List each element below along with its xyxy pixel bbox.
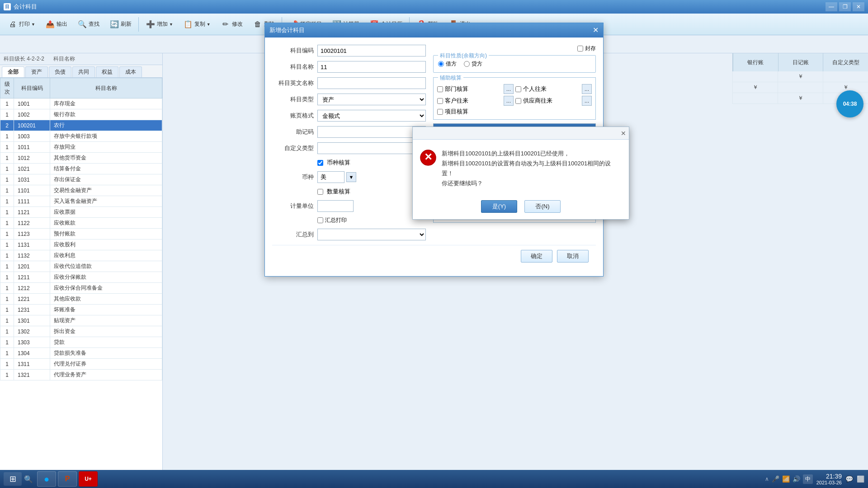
toolbar-export[interactable]: 📤 输出 — [41, 17, 71, 32]
filter-tab-liability[interactable]: 负债 — [49, 66, 71, 77]
mic-icon[interactable]: 🎤 — [772, 475, 779, 483]
volume-icon[interactable]: 🔊 — [793, 475, 800, 483]
table-row[interactable]: 1 1101 交易性金融资产 — [0, 185, 162, 196]
personal-btn[interactable]: … — [582, 84, 592, 94]
table-row[interactable]: 1 1012 其他货币资金 — [0, 153, 162, 164]
table-row[interactable]: 1 1321 代理业务资产 — [0, 370, 162, 380]
dialog-left-col: 科目编码 科目名称 科目英文名称 科目类型 资产 负债 共同 — [272, 45, 426, 245]
table-row[interactable]: 1 1011 存放同业 — [0, 142, 162, 153]
taskbar-app-ub[interactable]: U+ — [79, 471, 98, 487]
print-icon: 🖨 — [8, 19, 18, 29]
customer-btn[interactable]: … — [504, 96, 514, 106]
export-icon: 📤 — [45, 19, 55, 29]
maximize-button[interactable]: ❐ — [839, 2, 851, 11]
customer-check[interactable] — [437, 98, 443, 104]
table-row[interactable]: 1 1301 贴现资产 — [0, 315, 162, 326]
cell-level: 1 — [0, 164, 14, 174]
toolbar-copy[interactable]: 📋 复制 ▼ — [179, 17, 215, 32]
toolbar-edit[interactable]: ✏ 修改 — [217, 17, 247, 32]
taskbar-app-powerpoint[interactable]: P — [58, 471, 77, 487]
start-button[interactable]: ⊞ — [4, 472, 22, 486]
filter-tab-all[interactable]: 全部 — [2, 66, 24, 77]
summary-print-check[interactable] — [317, 217, 323, 223]
dept-check[interactable] — [437, 86, 443, 92]
minimize-button[interactable]: — — [826, 2, 837, 11]
edit-icon: ✏ — [221, 19, 231, 29]
english-input[interactable] — [317, 77, 426, 89]
customtype-input[interactable] — [317, 142, 426, 154]
table-row[interactable]: 1 1021 结算备付金 — [0, 164, 162, 174]
project-check[interactable] — [437, 109, 443, 115]
network-icon[interactable]: 📶 — [782, 475, 790, 483]
seal-check[interactable] — [577, 45, 583, 52]
taskbar-app-cortana[interactable]: ● — [37, 471, 56, 487]
cell-code: 100201 — [14, 120, 50, 131]
cell-name: 应收股利 — [50, 239, 162, 250]
toolbar-refresh[interactable]: 🔄 刷新 — [105, 17, 136, 32]
name-input[interactable] — [317, 61, 426, 73]
table-row[interactable]: 1 1304 贷款损失准备 — [0, 348, 162, 359]
table-row[interactable]: 1 1001 库存现金 — [0, 99, 162, 109]
toolbar-print[interactable]: 🖨 打印 ▼ — [4, 17, 39, 32]
yes-button[interactable]: 是(Y) — [481, 200, 517, 213]
seal-label: 封存 — [585, 45, 596, 52]
table-row[interactable]: 1 1111 买入返售金融资产 — [0, 196, 162, 207]
table-row[interactable]: 2 100201 农行 — [0, 120, 162, 131]
confirm-button[interactable]: 确定 — [521, 250, 552, 263]
table-row[interactable]: 1 1121 应收票据 — [0, 207, 162, 218]
code-input[interactable] — [317, 45, 426, 56]
dept-btn[interactable]: … — [504, 84, 514, 94]
personal-check[interactable] — [515, 86, 521, 92]
confirm-dialog: ✕ ✕ 新增科目10020101的上级科目100201已经使用， 新增科目100… — [412, 127, 629, 220]
toolbar-search[interactable]: 🔍 查找 — [73, 17, 104, 32]
cell-name: 农行 — [50, 120, 162, 131]
close-button[interactable]: ✕ — [853, 2, 864, 11]
table-row[interactable]: 1 1123 预付账款 — [0, 229, 162, 239]
lang-indicator[interactable]: 中 — [803, 474, 813, 484]
table-row[interactable]: 1 1211 应收分保账款 — [0, 272, 162, 283]
credit-label: 贷方 — [472, 60, 482, 68]
filter-tab-equity[interactable]: 权益 — [96, 66, 118, 77]
cancel-button[interactable]: 取消 — [557, 250, 589, 263]
table-row[interactable]: 1 1302 拆出资金 — [0, 326, 162, 337]
filter-tab-cost[interactable]: 成本 — [119, 66, 142, 77]
type-select[interactable]: 资产 负债 共同 权益 成本 — [317, 94, 426, 105]
toolbar-add[interactable]: ➕ 增加 ▼ — [142, 17, 177, 32]
currency-input[interactable] — [317, 171, 344, 183]
table-row[interactable]: 1 1002 银行存款 — [0, 109, 162, 120]
copy-arrow: ▼ — [207, 22, 211, 27]
account-table[interactable]: 级次 科目编码 科目名称 1 1001 库存现金 1 1002 银行存款 2 1… — [0, 78, 162, 488]
table-row[interactable]: 1 1231 坏账准备 — [0, 305, 162, 315]
supplier-btn[interactable]: … — [582, 96, 592, 106]
summary-to-select[interactable] — [317, 229, 426, 240]
action-center-icon[interactable]: ⬜ — [857, 475, 864, 483]
confirm-close-btn[interactable]: ✕ — [621, 130, 626, 137]
table-row[interactable]: 1 1131 应收股利 — [0, 239, 162, 250]
dialog-close-button[interactable]: ✕ — [593, 27, 599, 34]
table-row[interactable]: 1 1132 应收利息 — [0, 250, 162, 261]
table-row[interactable]: 1 1122 应收账款 — [0, 218, 162, 229]
table-row[interactable]: 1 1311 代理兑付证券 — [0, 359, 162, 370]
currency-picker-btn[interactable]: ▼ — [346, 172, 356, 182]
no-button[interactable]: 否(N) — [524, 200, 561, 213]
table-row[interactable]: 1 1201 应收代位追偿款 — [0, 261, 162, 272]
debit-radio[interactable] — [438, 61, 444, 67]
chevron-up-icon[interactable]: ∧ — [765, 476, 769, 482]
filter-tab-asset[interactable]: 资产 — [25, 66, 48, 77]
unit-input[interactable] — [317, 200, 354, 212]
table-row[interactable]: 1 1212 应收分保合同准备金 — [0, 283, 162, 294]
taskbar-search-btn[interactable]: 🔍 — [22, 472, 35, 486]
auxcode-input[interactable] — [317, 126, 426, 138]
currency-check[interactable] — [317, 160, 323, 166]
notification-icon[interactable]: 💬 — [845, 475, 853, 483]
quantity-check[interactable] — [317, 189, 323, 195]
supplier-check[interactable] — [515, 98, 521, 104]
credit-radio[interactable] — [464, 61, 470, 67]
table-row[interactable]: 1 1031 存出保证金 — [0, 174, 162, 185]
table-row[interactable]: 1 1303 贷款 — [0, 337, 162, 348]
nature-title: 科目性质(余额方向) — [438, 52, 489, 60]
table-row[interactable]: 1 1221 其他应收款 — [0, 294, 162, 305]
filter-tab-common[interactable]: 共同 — [72, 66, 95, 77]
table-row[interactable]: 1 1003 存放中央银行款项 — [0, 131, 162, 142]
format-select[interactable]: 金额式 数量金额式 — [317, 110, 426, 122]
